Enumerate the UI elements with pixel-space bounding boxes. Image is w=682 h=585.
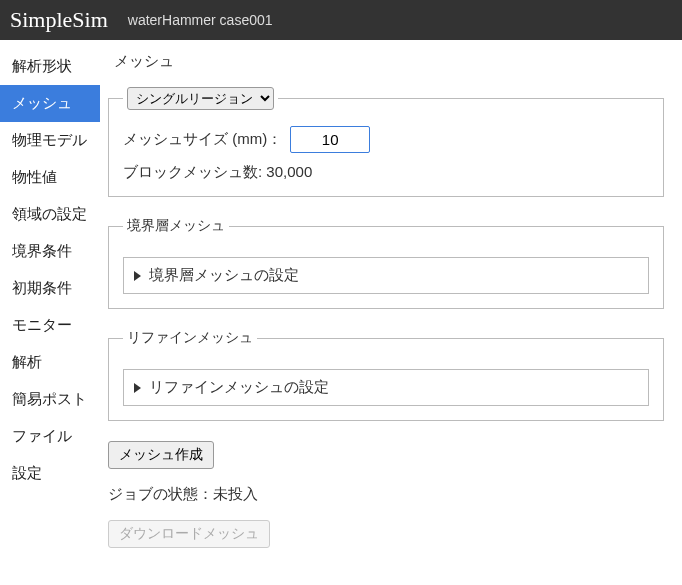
mesh-size-input[interactable] xyxy=(290,126,370,153)
download-mesh-button: ダウンロードメッシュ xyxy=(108,520,270,548)
sidebar-item-properties[interactable]: 物性値 xyxy=(0,159,100,196)
region-select[interactable]: シングルリージョン xyxy=(127,87,274,110)
refine-mesh-summary-label: リファインメッシュの設定 xyxy=(149,378,329,397)
boundary-layer-details[interactable]: 境界層メッシュの設定 xyxy=(123,257,649,294)
sidebar-item-geometry[interactable]: 解析形状 xyxy=(0,48,100,85)
refine-mesh-legend: リファインメッシュ xyxy=(123,329,257,347)
disclosure-triangle-icon xyxy=(134,383,141,393)
sidebar-item-mesh[interactable]: メッシュ xyxy=(0,85,100,122)
boundary-layer-legend: 境界層メッシュ xyxy=(123,217,229,235)
job-status-label: ジョブの状態： xyxy=(108,485,213,502)
refine-mesh-fieldset: リファインメッシュ リファインメッシュの設定 xyxy=(108,329,664,421)
block-count: ブロックメッシュ数: 30,000 xyxy=(123,163,649,182)
app-header: SimpleSim waterHammer case001 xyxy=(0,0,682,40)
sidebar-item-settings[interactable]: 設定 xyxy=(0,455,100,492)
base-mesh-fieldset: シングルリージョン メッシュサイズ (mm)： ブロックメッシュ数: 30,00… xyxy=(108,87,664,197)
sidebar-item-monitor[interactable]: モニター xyxy=(0,307,100,344)
sidebar-item-file[interactable]: ファイル xyxy=(0,418,100,455)
make-mesh-button[interactable]: メッシュ作成 xyxy=(108,441,214,469)
sidebar-item-initial[interactable]: 初期条件 xyxy=(0,270,100,307)
page-title: メッシュ xyxy=(108,52,664,71)
disclosure-triangle-icon xyxy=(134,271,141,281)
boundary-layer-fieldset: 境界層メッシュ 境界層メッシュの設定 xyxy=(108,217,664,309)
block-count-value: 30,000 xyxy=(266,163,312,180)
main-panel: メッシュ シングルリージョン メッシュサイズ (mm)： ブロックメッシュ数: … xyxy=(100,40,682,584)
job-status-value: 未投入 xyxy=(213,485,258,502)
job-status: ジョブの状態：未投入 xyxy=(108,485,664,504)
boundary-layer-summary-label: 境界層メッシュの設定 xyxy=(149,266,299,285)
refine-mesh-summary: リファインメッシュの設定 xyxy=(124,370,648,405)
sidebar-item-region[interactable]: 領域の設定 xyxy=(0,196,100,233)
refine-mesh-details[interactable]: リファインメッシュの設定 xyxy=(123,369,649,406)
sidebar-item-solve[interactable]: 解析 xyxy=(0,344,100,381)
sidebar-item-post[interactable]: 簡易ポスト xyxy=(0,381,100,418)
sidebar-item-boundary[interactable]: 境界条件 xyxy=(0,233,100,270)
sidebar-item-physics[interactable]: 物理モデル xyxy=(0,122,100,159)
block-count-label: ブロックメッシュ数: xyxy=(123,163,262,180)
boundary-layer-summary: 境界層メッシュの設定 xyxy=(124,258,648,293)
case-name: waterHammer case001 xyxy=(128,12,273,28)
mesh-size-label: メッシュサイズ (mm)： xyxy=(123,130,282,149)
app-title: SimpleSim xyxy=(10,7,108,33)
sidebar: 解析形状 メッシュ 物理モデル 物性値 領域の設定 境界条件 初期条件 モニター… xyxy=(0,40,100,584)
